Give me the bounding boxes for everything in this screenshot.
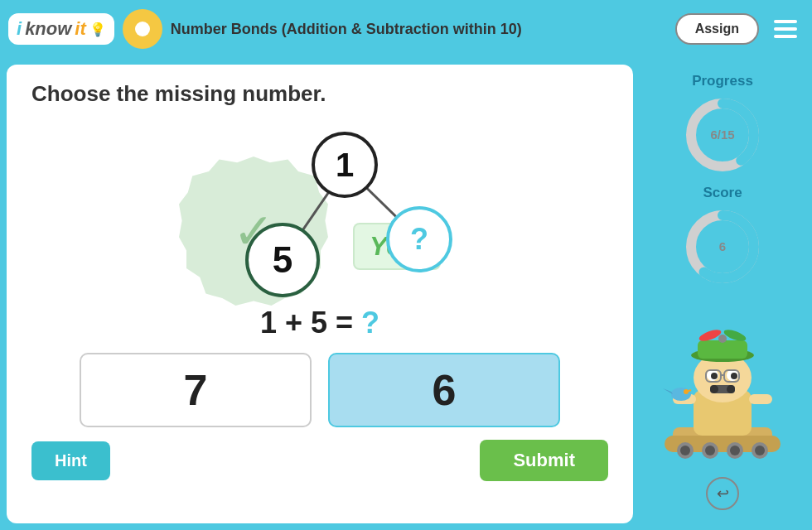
progress-section: Progress 6/15 xyxy=(640,73,805,176)
circle-bottom-right: ? xyxy=(386,206,452,272)
equation-unknown: ? xyxy=(361,306,379,340)
svg-point-25 xyxy=(711,373,718,379)
submit-button[interactable]: Submit xyxy=(480,440,608,481)
score-value: 6 xyxy=(719,239,726,254)
right-panel: Progress 6/15 Score 6 xyxy=(640,65,805,523)
character-illustration xyxy=(656,299,789,465)
svg-point-13 xyxy=(730,446,740,455)
svg-rect-34 xyxy=(749,394,772,404)
main-layout: Choose the missing number. ✓ 1 5 ? xyxy=(0,58,812,530)
back-arrow-button[interactable]: ↩ xyxy=(706,477,739,510)
left-panel: Choose the missing number. ✓ 1 5 ? xyxy=(7,65,633,523)
question-text: Choose the missing number. xyxy=(31,81,326,107)
menu-button[interactable] xyxy=(767,17,804,41)
lesson-title: Number Bonds (Addition & Subtraction wit… xyxy=(171,21,667,38)
svg-point-32 xyxy=(727,385,735,393)
bottom-row: Hint Submit xyxy=(31,440,608,481)
score-donut: 6 xyxy=(681,205,764,288)
progress-label: Progress xyxy=(692,73,753,89)
menu-line-2 xyxy=(774,27,797,31)
assign-button[interactable]: Assign xyxy=(675,13,759,45)
hint-button[interactable]: Hint xyxy=(31,441,110,480)
menu-line-3 xyxy=(774,35,797,38)
equation: 1 + 5 = ? xyxy=(260,306,379,340)
svg-point-15 xyxy=(755,446,765,455)
lesson-icon xyxy=(123,9,162,49)
logo-know: know xyxy=(25,18,71,40)
svg-point-26 xyxy=(731,373,737,379)
score-section: Score 6 xyxy=(640,185,805,288)
equation-text: 1 + 5 = xyxy=(260,306,353,340)
svg-point-11 xyxy=(705,446,715,455)
answer-row: 7 6 xyxy=(31,353,608,427)
score-label: Score xyxy=(703,185,742,201)
lesson-icon-inner xyxy=(135,22,150,36)
progress-value: 6/15 xyxy=(710,128,734,142)
logo[interactable]: i know it 💡 xyxy=(8,13,114,45)
bulb-icon: 💡 xyxy=(89,22,106,37)
logo-i: i xyxy=(17,18,22,40)
logo-it: it xyxy=(75,18,85,40)
header: i know it 💡 Number Bonds (Addition & Sub… xyxy=(0,0,812,58)
answer-button-6[interactable]: 6 xyxy=(328,353,560,427)
circle-top: 1 xyxy=(312,132,378,198)
back-arrow-icon: ↩ xyxy=(717,484,729,503)
svg-rect-19 xyxy=(698,340,747,359)
answer-button-7[interactable]: 7 xyxy=(80,353,312,427)
svg-point-31 xyxy=(710,385,718,393)
svg-point-9 xyxy=(680,446,690,455)
character-area xyxy=(656,296,789,469)
progress-donut: 6/15 xyxy=(681,94,764,176)
circle-bottom-left: 5 xyxy=(245,223,320,297)
menu-line-1 xyxy=(774,20,797,23)
bond-area: ✓ 1 5 ? Yes! xyxy=(129,115,510,297)
svg-point-35 xyxy=(671,388,691,401)
svg-point-20 xyxy=(718,335,727,343)
